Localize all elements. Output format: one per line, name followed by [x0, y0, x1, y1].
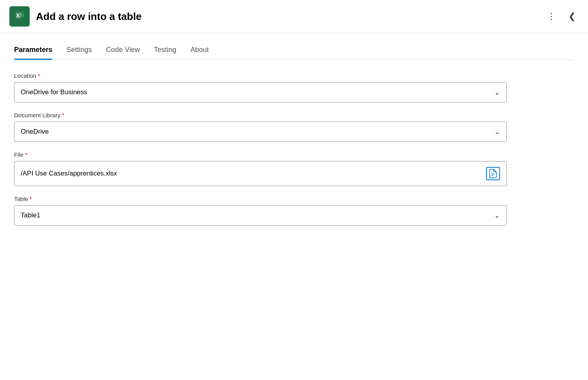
file-input[interactable]: /API Use Cases/apprentices.xlsx	[14, 161, 507, 186]
file-field-group: File * /API Use Cases/apprentices.xlsx	[14, 151, 574, 186]
table-label: Table *	[14, 195, 574, 202]
tab-about[interactable]: About	[190, 43, 209, 59]
location-field-group: Location * OneDrive for Business ⌄	[14, 72, 574, 102]
more-options-icon[interactable]: ⋮	[544, 10, 559, 23]
location-required: *	[38, 73, 40, 79]
file-value: /API Use Cases/apprentices.xlsx	[21, 170, 117, 177]
table-required: *	[30, 196, 32, 202]
location-value: OneDrive for Business	[21, 88, 87, 96]
page-title: Add a row into a table	[36, 11, 538, 23]
file-label: File *	[14, 151, 574, 158]
table-value: Table1	[21, 212, 40, 219]
tab-code-view[interactable]: Code View	[106, 43, 140, 59]
document-library-required: *	[62, 112, 64, 118]
document-library-value: OneDrive	[21, 128, 49, 136]
document-library-field-group: Document Library * OneDrive ⌄	[14, 112, 574, 142]
document-library-dropdown[interactable]: OneDrive ⌄	[14, 122, 507, 142]
back-icon[interactable]: ❮	[565, 10, 579, 23]
header: X Add a row into a table ⋮ ❮	[0, 0, 588, 33]
location-dropdown[interactable]: OneDrive for Business ⌄	[14, 82, 507, 102]
document-library-label: Document Library *	[14, 112, 574, 118]
location-label: Location *	[14, 72, 574, 79]
tab-parameters[interactable]: Parameters	[14, 43, 52, 59]
file-required: *	[25, 152, 27, 158]
header-actions: ⋮ ❮	[544, 10, 579, 23]
tab-testing[interactable]: Testing	[154, 43, 176, 59]
table-field-group: Table * Table1 ⌄	[14, 195, 574, 226]
excel-icon: X	[9, 6, 30, 27]
document-library-chevron-icon: ⌄	[494, 127, 500, 136]
tabs: Parameters Settings Code View Testing Ab…	[14, 43, 574, 60]
tabs-container: Parameters Settings Code View Testing Ab…	[0, 33, 588, 60]
content: Location * OneDrive for Business ⌄ Docum…	[0, 60, 588, 247]
location-chevron-icon: ⌄	[494, 88, 500, 97]
table-dropdown[interactable]: Table1 ⌄	[14, 205, 507, 226]
tab-settings[interactable]: Settings	[66, 43, 92, 59]
file-browse-icon[interactable]	[486, 167, 500, 180]
table-chevron-icon: ⌄	[494, 211, 500, 220]
